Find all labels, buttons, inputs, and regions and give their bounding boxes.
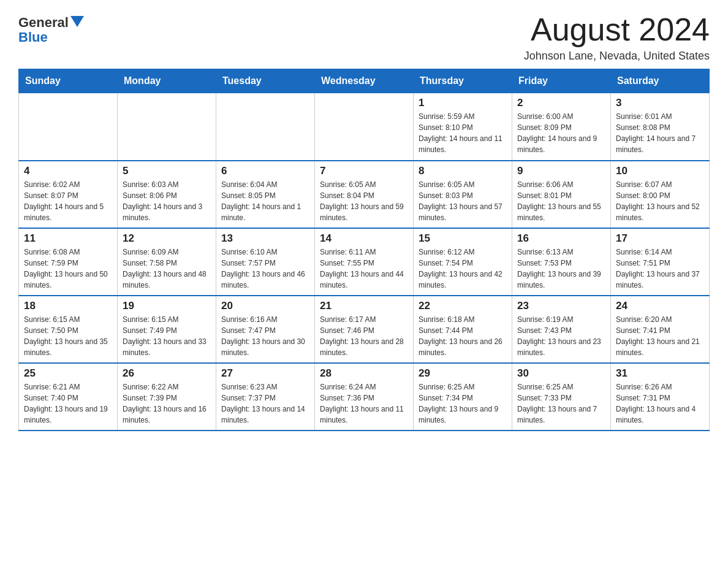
calendar-cell	[118, 93, 216, 161]
day-info: Sunrise: 6:22 AMSunset: 7:39 PMDaylight:…	[123, 381, 211, 426]
calendar-cell: 2Sunrise: 6:00 AMSunset: 8:09 PMDaylight…	[512, 93, 611, 161]
title-section: August 2024 Johnson Lane, Nevada, United…	[524, 12, 710, 63]
day-info: Sunrise: 6:25 AMSunset: 7:34 PMDaylight:…	[419, 381, 507, 426]
day-number: 1	[419, 97, 507, 109]
calendar-cell: 15Sunrise: 6:12 AMSunset: 7:54 PMDayligh…	[414, 228, 512, 296]
weekday-header-friday: Friday	[512, 69, 611, 93]
calendar-cell: 19Sunrise: 6:15 AMSunset: 7:49 PMDayligh…	[118, 296, 216, 363]
day-number: 23	[517, 300, 605, 312]
day-info: Sunrise: 6:06 AMSunset: 8:01 PMDaylight:…	[517, 179, 605, 223]
calendar-cell: 22Sunrise: 6:18 AMSunset: 7:44 PMDayligh…	[414, 296, 512, 363]
page-header: General Blue August 2024 Johnson Lane, N…	[18, 12, 710, 63]
day-info: Sunrise: 6:15 AMSunset: 7:49 PMDaylight:…	[123, 314, 211, 358]
weekday-header-row: SundayMondayTuesdayWednesdayThursdayFrid…	[19, 69, 710, 93]
calendar-cell: 3Sunrise: 6:01 AMSunset: 8:08 PMDaylight…	[611, 93, 710, 161]
day-info: Sunrise: 6:18 AMSunset: 7:44 PMDaylight:…	[419, 314, 507, 358]
calendar-cell: 16Sunrise: 6:13 AMSunset: 7:53 PMDayligh…	[512, 228, 611, 296]
day-info: Sunrise: 5:59 AMSunset: 8:10 PMDaylight:…	[419, 111, 507, 155]
calendar-cell: 31Sunrise: 6:26 AMSunset: 7:31 PMDayligh…	[611, 363, 710, 431]
day-info: Sunrise: 6:12 AMSunset: 7:54 PMDaylight:…	[419, 247, 507, 291]
weekday-header-wednesday: Wednesday	[315, 69, 414, 93]
day-number: 2	[517, 97, 605, 109]
calendar-cell: 8Sunrise: 6:05 AMSunset: 8:03 PMDaylight…	[414, 161, 512, 228]
day-number: 7	[320, 165, 408, 177]
day-info: Sunrise: 6:10 AMSunset: 7:57 PMDaylight:…	[221, 247, 309, 291]
day-info: Sunrise: 6:05 AMSunset: 8:03 PMDaylight:…	[419, 179, 507, 223]
calendar-cell: 13Sunrise: 6:10 AMSunset: 7:57 PMDayligh…	[216, 228, 315, 296]
calendar-week-row: 1Sunrise: 5:59 AMSunset: 8:10 PMDaylight…	[19, 93, 710, 161]
day-number: 21	[320, 300, 408, 312]
day-number: 24	[616, 300, 704, 312]
day-info: Sunrise: 6:19 AMSunset: 7:43 PMDaylight:…	[517, 314, 605, 358]
day-number: 12	[123, 232, 211, 245]
calendar-week-row: 4Sunrise: 6:02 AMSunset: 8:07 PMDaylight…	[19, 161, 710, 228]
svg-marker-0	[70, 16, 84, 27]
day-number: 27	[221, 367, 309, 380]
calendar-cell: 11Sunrise: 6:08 AMSunset: 7:59 PMDayligh…	[19, 228, 118, 296]
day-number: 30	[517, 367, 605, 380]
day-number: 10	[616, 165, 704, 177]
calendar-cell: 12Sunrise: 6:09 AMSunset: 7:58 PMDayligh…	[118, 228, 216, 296]
day-number: 6	[221, 165, 309, 177]
day-info: Sunrise: 6:16 AMSunset: 7:47 PMDaylight:…	[221, 314, 309, 358]
day-number: 26	[123, 367, 211, 380]
day-number: 13	[221, 232, 309, 245]
day-info: Sunrise: 6:07 AMSunset: 8:00 PMDaylight:…	[616, 179, 704, 223]
day-info: Sunrise: 6:05 AMSunset: 8:04 PMDaylight:…	[320, 179, 408, 223]
calendar-cell: 1Sunrise: 5:59 AMSunset: 8:10 PMDaylight…	[414, 93, 512, 161]
day-info: Sunrise: 6:13 AMSunset: 7:53 PMDaylight:…	[517, 247, 605, 291]
day-number: 19	[123, 300, 211, 312]
logo-general-text: General	[18, 15, 69, 30]
day-info: Sunrise: 6:23 AMSunset: 7:37 PMDaylight:…	[221, 381, 309, 426]
day-number: 8	[419, 165, 507, 177]
calendar-cell: 27Sunrise: 6:23 AMSunset: 7:37 PMDayligh…	[216, 363, 315, 431]
day-number: 11	[24, 232, 112, 245]
day-number: 17	[616, 232, 704, 245]
calendar-cell: 7Sunrise: 6:05 AMSunset: 8:04 PMDaylight…	[315, 161, 414, 228]
day-number: 4	[24, 165, 112, 177]
calendar-cell: 10Sunrise: 6:07 AMSunset: 8:00 PMDayligh…	[611, 161, 710, 228]
day-info: Sunrise: 6:00 AMSunset: 8:09 PMDaylight:…	[517, 111, 605, 155]
calendar-cell: 29Sunrise: 6:25 AMSunset: 7:34 PMDayligh…	[414, 363, 512, 431]
calendar-week-row: 18Sunrise: 6:15 AMSunset: 7:50 PMDayligh…	[19, 296, 710, 363]
calendar-cell	[216, 93, 315, 161]
calendar-cell: 30Sunrise: 6:25 AMSunset: 7:33 PMDayligh…	[512, 363, 611, 431]
day-info: Sunrise: 6:02 AMSunset: 8:07 PMDaylight:…	[24, 179, 112, 223]
day-info: Sunrise: 6:01 AMSunset: 8:08 PMDaylight:…	[616, 111, 704, 155]
calendar-week-row: 11Sunrise: 6:08 AMSunset: 7:59 PMDayligh…	[19, 228, 710, 296]
day-number: 3	[616, 97, 704, 109]
day-info: Sunrise: 6:04 AMSunset: 8:05 PMDaylight:…	[221, 179, 309, 223]
weekday-header-thursday: Thursday	[414, 69, 512, 93]
day-info: Sunrise: 6:21 AMSunset: 7:40 PMDaylight:…	[24, 381, 112, 426]
logo: General Blue	[18, 15, 84, 45]
calendar-cell: 28Sunrise: 6:24 AMSunset: 7:36 PMDayligh…	[315, 363, 414, 431]
day-number: 31	[616, 367, 704, 380]
calendar-cell	[19, 93, 118, 161]
weekday-header-monday: Monday	[118, 69, 216, 93]
day-number: 16	[517, 232, 605, 245]
calendar-table: SundayMondayTuesdayWednesdayThursdayFrid…	[18, 69, 710, 431]
calendar-cell: 20Sunrise: 6:16 AMSunset: 7:47 PMDayligh…	[216, 296, 315, 363]
day-info: Sunrise: 6:24 AMSunset: 7:36 PMDaylight:…	[320, 381, 408, 426]
day-number: 29	[419, 367, 507, 380]
day-number: 15	[419, 232, 507, 245]
day-info: Sunrise: 6:03 AMSunset: 8:06 PMDaylight:…	[123, 179, 211, 223]
day-info: Sunrise: 6:20 AMSunset: 7:41 PMDaylight:…	[616, 314, 704, 358]
calendar-cell: 25Sunrise: 6:21 AMSunset: 7:40 PMDayligh…	[19, 363, 118, 431]
day-number: 14	[320, 232, 408, 245]
calendar-cell: 24Sunrise: 6:20 AMSunset: 7:41 PMDayligh…	[611, 296, 710, 363]
calendar-cell: 9Sunrise: 6:06 AMSunset: 8:01 PMDaylight…	[512, 161, 611, 228]
day-info: Sunrise: 6:17 AMSunset: 7:46 PMDaylight:…	[320, 314, 408, 358]
day-info: Sunrise: 6:08 AMSunset: 7:59 PMDaylight:…	[24, 247, 112, 291]
calendar-cell: 21Sunrise: 6:17 AMSunset: 7:46 PMDayligh…	[315, 296, 414, 363]
day-number: 20	[221, 300, 309, 312]
calendar-cell: 14Sunrise: 6:11 AMSunset: 7:55 PMDayligh…	[315, 228, 414, 296]
day-number: 5	[123, 165, 211, 177]
day-number: 22	[419, 300, 507, 312]
day-number: 18	[24, 300, 112, 312]
calendar-cell: 17Sunrise: 6:14 AMSunset: 7:51 PMDayligh…	[611, 228, 710, 296]
day-info: Sunrise: 6:14 AMSunset: 7:51 PMDaylight:…	[616, 247, 704, 291]
month-title: August 2024	[524, 12, 710, 47]
location-text: Johnson Lane, Nevada, United States	[524, 50, 710, 63]
day-number: 9	[517, 165, 605, 177]
